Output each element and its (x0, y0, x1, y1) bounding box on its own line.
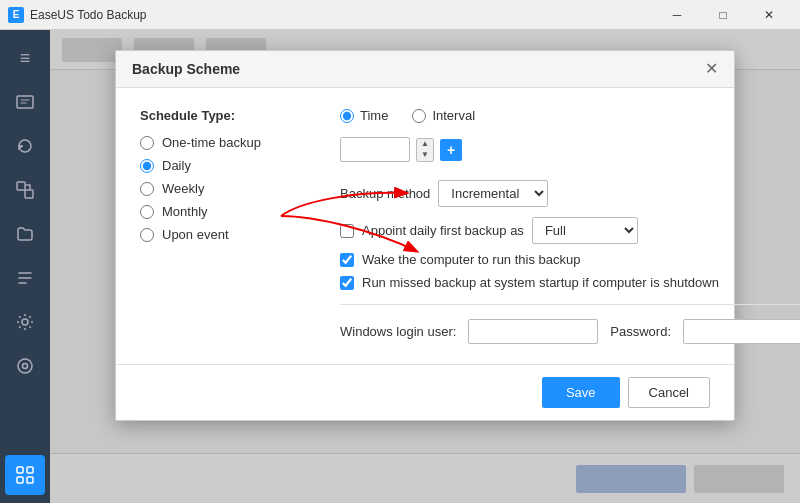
close-button[interactable]: ✕ (746, 0, 792, 30)
radio-daily[interactable]: Daily (140, 158, 300, 173)
minimize-button[interactable]: ─ (654, 0, 700, 30)
windows-login-input[interactable] (468, 319, 598, 344)
radio-one-time-label: One-time backup (162, 135, 261, 150)
cancel-button[interactable]: Cancel (628, 377, 710, 408)
radio-weekly-label: Weekly (162, 181, 204, 196)
sidebar-item-apps[interactable] (5, 455, 45, 495)
interval-radio-label: Interval (432, 108, 475, 123)
time-input[interactable]: 12:00 (340, 137, 410, 162)
appoint-daily-select[interactable]: Full Incremental (532, 217, 638, 244)
run-missed-row: Run missed backup at system startup if c… (340, 275, 800, 290)
time-radio[interactable]: Time (340, 108, 388, 123)
sidebar-item-menu[interactable]: ≡ (5, 38, 45, 78)
dialog-title-bar: Backup Scheme ✕ (116, 51, 734, 88)
content-area: Backup Scheme ✕ Schedule Type: One-time … (50, 30, 800, 503)
backup-method-label: Backup method (340, 186, 430, 201)
appoint-daily-label: Appoint daily first backup as (362, 223, 524, 238)
maximize-button[interactable]: □ (700, 0, 746, 30)
wake-computer-row: Wake the computer to run this backup (340, 252, 800, 267)
login-row: Windows login user: Password: (340, 319, 800, 344)
password-label: Password: (610, 324, 671, 339)
backup-scheme-dialog: Backup Scheme ✕ Schedule Type: One-time … (115, 50, 735, 421)
add-time-button[interactable]: + (440, 139, 462, 161)
password-input[interactable] (683, 319, 800, 344)
sidebar: ≡ (0, 30, 50, 503)
schedule-left: Schedule Type: One-time backup Daily (140, 108, 300, 344)
schedule-right: Time Interval 12:00 (340, 108, 800, 344)
svg-point-5 (23, 364, 28, 369)
svg-rect-0 (17, 96, 33, 108)
time-input-row: 12:00 ▲ ▼ + (340, 137, 800, 162)
backup-method-select[interactable]: Full Incremental Differential (438, 180, 548, 207)
dialog-body: Schedule Type: One-time backup Daily (116, 88, 734, 364)
radio-daily-input[interactable] (140, 159, 154, 173)
wake-computer-checkbox[interactable] (340, 253, 354, 267)
sidebar-item-recovery[interactable] (5, 126, 45, 166)
schedule-radio-group: One-time backup Daily Weekly (140, 135, 300, 242)
sidebar-item-tools[interactable] (5, 302, 45, 342)
svg-point-3 (22, 319, 28, 325)
time-interval-row: Time Interval (340, 108, 800, 123)
sidebar-item-backup[interactable] (5, 82, 45, 122)
svg-rect-7 (27, 467, 33, 473)
time-spinner[interactable]: ▲ ▼ (416, 138, 434, 162)
save-button[interactable]: Save (542, 377, 620, 408)
app-title: EaseUS Todo Backup (30, 8, 654, 22)
radio-one-time[interactable]: One-time backup (140, 135, 300, 150)
modal-overlay: Backup Scheme ✕ Schedule Type: One-time … (50, 30, 800, 503)
appoint-daily-row: Appoint daily first backup as Full Incre… (340, 217, 800, 244)
interval-radio-input[interactable] (412, 109, 426, 123)
interval-radio[interactable]: Interval (412, 108, 475, 123)
wake-computer-label: Wake the computer to run this backup (362, 252, 580, 267)
appoint-daily-checkbox[interactable] (340, 224, 354, 238)
svg-rect-2 (25, 190, 33, 198)
sidebar-item-clone[interactable] (5, 170, 45, 210)
radio-upon-event-label: Upon event (162, 227, 229, 242)
run-missed-checkbox[interactable] (340, 276, 354, 290)
sidebar-item-settings[interactable] (5, 346, 45, 386)
backup-method-row: Backup method Full Incremental Different… (340, 180, 800, 207)
spin-down-button[interactable]: ▼ (417, 150, 433, 161)
sidebar-item-logs[interactable] (5, 258, 45, 298)
svg-rect-1 (17, 182, 25, 190)
dialog-title: Backup Scheme (132, 61, 240, 77)
radio-monthly-label: Monthly (162, 204, 208, 219)
time-radio-label: Time (360, 108, 388, 123)
radio-weekly-input[interactable] (140, 182, 154, 196)
svg-rect-9 (27, 477, 33, 483)
window-controls: ─ □ ✕ (654, 0, 792, 30)
sidebar-item-browse[interactable] (5, 214, 45, 254)
svg-rect-6 (17, 467, 23, 473)
radio-upon-event[interactable]: Upon event (140, 227, 300, 242)
radio-monthly[interactable]: Monthly (140, 204, 300, 219)
spin-up-button[interactable]: ▲ (417, 139, 433, 150)
radio-daily-label: Daily (162, 158, 191, 173)
dialog-footer: Save Cancel (116, 364, 734, 420)
app-icon: E (8, 7, 24, 23)
radio-upon-event-input[interactable] (140, 228, 154, 242)
radio-one-time-input[interactable] (140, 136, 154, 150)
windows-login-label: Windows login user: (340, 324, 456, 339)
schedule-section: Schedule Type: One-time backup Daily (140, 108, 710, 344)
svg-point-4 (18, 359, 32, 373)
divider (340, 304, 800, 305)
dialog-close-button[interactable]: ✕ (705, 61, 718, 77)
run-missed-label: Run missed backup at system startup if c… (362, 275, 719, 290)
title-bar: E EaseUS Todo Backup ─ □ ✕ (0, 0, 800, 30)
svg-rect-8 (17, 477, 23, 483)
schedule-type-label: Schedule Type: (140, 108, 300, 123)
time-radio-input[interactable] (340, 109, 354, 123)
radio-monthly-input[interactable] (140, 205, 154, 219)
radio-weekly[interactable]: Weekly (140, 181, 300, 196)
main-layout: ≡ (0, 30, 800, 503)
